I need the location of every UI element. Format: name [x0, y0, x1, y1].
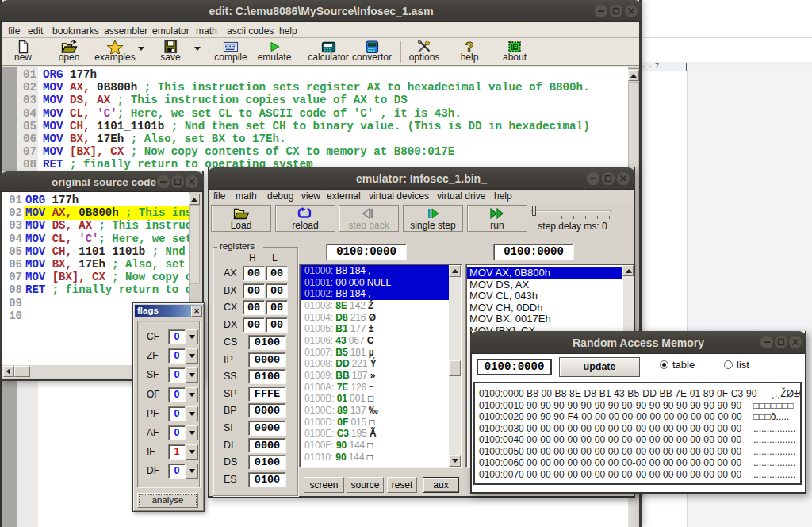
svg-text:E: E: [512, 43, 517, 51]
